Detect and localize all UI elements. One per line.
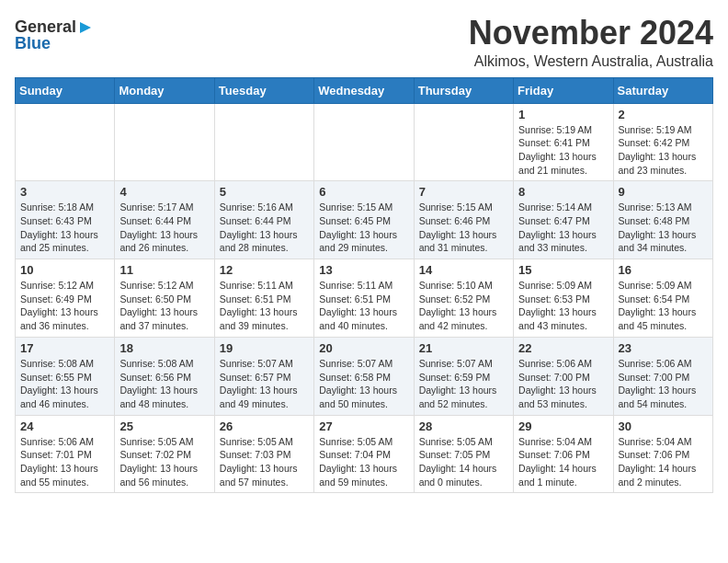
day-number: 17: [20, 341, 109, 355]
day-info: Sunrise: 5:19 AMSunset: 6:42 PMDaylight:…: [619, 123, 708, 178]
calendar-cell: 13Sunrise: 5:11 AMSunset: 6:51 PMDayligh…: [314, 259, 414, 338]
calendar-header: SundayMondayTuesdayWednesdayThursdayFrid…: [16, 77, 713, 103]
day-number: 26: [220, 419, 309, 433]
day-info: Sunrise: 5:05 AMSunset: 7:03 PMDaylight:…: [220, 435, 309, 489]
calendar-cell: 27Sunrise: 5:05 AMSunset: 7:04 PMDayligh…: [314, 415, 414, 493]
day-info: Sunrise: 5:12 AMSunset: 6:49 PMDaylight:…: [20, 279, 109, 333]
day-number: 2: [619, 108, 708, 121]
day-number: 8: [518, 185, 608, 199]
header-day-monday: Monday: [115, 77, 214, 103]
calendar-cell: 21Sunrise: 5:07 AMSunset: 6:59 PMDayligh…: [414, 337, 513, 415]
day-info: Sunrise: 5:06 AMSunset: 7:00 PMDaylight:…: [619, 357, 708, 411]
day-info: Sunrise: 5:05 AMSunset: 7:02 PMDaylight:…: [119, 435, 209, 489]
day-number: 20: [319, 341, 408, 355]
day-number: 18: [119, 341, 209, 355]
week-row-4: 24Sunrise: 5:06 AMSunset: 7:01 PMDayligh…: [16, 415, 713, 493]
day-info: Sunrise: 5:07 AMSunset: 6:59 PMDaylight:…: [419, 357, 508, 411]
page-header: General Blue November 2024 Alkimos, West…: [15, 15, 713, 70]
calendar-cell: [115, 103, 214, 181]
logo-text-blue: Blue: [15, 35, 51, 53]
day-info: Sunrise: 5:04 AMSunset: 7:06 PMDaylight:…: [518, 435, 608, 489]
calendar-cell: 24Sunrise: 5:06 AMSunset: 7:01 PMDayligh…: [16, 415, 115, 493]
calendar-cell: 23Sunrise: 5:06 AMSunset: 7:00 PMDayligh…: [613, 337, 712, 415]
title-section: November 2024 Alkimos, Western Australia…: [469, 15, 713, 70]
header-day-saturday: Saturday: [613, 77, 712, 103]
day-info: Sunrise: 5:19 AMSunset: 6:41 PMDaylight:…: [518, 123, 608, 178]
day-info: Sunrise: 5:15 AMSunset: 6:45 PMDaylight:…: [319, 201, 408, 255]
day-info: Sunrise: 5:06 AMSunset: 7:01 PMDaylight:…: [20, 435, 109, 489]
location-text: Alkimos, Western Australia, Australia: [469, 53, 713, 70]
day-number: 15: [518, 263, 608, 277]
calendar-cell: 11Sunrise: 5:12 AMSunset: 6:50 PMDayligh…: [115, 259, 214, 338]
calendar-cell: 29Sunrise: 5:04 AMSunset: 7:06 PMDayligh…: [514, 415, 613, 493]
day-info: Sunrise: 5:16 AMSunset: 6:44 PMDaylight:…: [220, 201, 309, 255]
day-info: Sunrise: 5:12 AMSunset: 6:50 PMDaylight:…: [119, 279, 209, 333]
week-row-1: 3Sunrise: 5:18 AMSunset: 6:43 PMDaylight…: [16, 181, 713, 259]
month-title: November 2024: [469, 15, 713, 52]
day-number: 1: [518, 108, 608, 121]
day-number: 30: [619, 419, 708, 433]
day-number: 22: [518, 341, 608, 355]
day-info: Sunrise: 5:09 AMSunset: 6:53 PMDaylight:…: [518, 279, 608, 333]
day-number: 19: [220, 341, 309, 355]
calendar-cell: 8Sunrise: 5:14 AMSunset: 6:47 PMDaylight…: [514, 181, 613, 259]
calendar-cell: 6Sunrise: 5:15 AMSunset: 6:45 PMDaylight…: [314, 181, 414, 259]
day-info: Sunrise: 5:11 AMSunset: 6:51 PMDaylight:…: [220, 279, 309, 333]
calendar-cell: 7Sunrise: 5:15 AMSunset: 6:46 PMDaylight…: [414, 181, 513, 259]
calendar-cell: 3Sunrise: 5:18 AMSunset: 6:43 PMDaylight…: [16, 181, 115, 259]
day-info: Sunrise: 5:13 AMSunset: 6:48 PMDaylight:…: [619, 201, 708, 255]
day-number: 7: [419, 185, 508, 199]
day-number: 6: [319, 185, 408, 199]
calendar-cell: 17Sunrise: 5:08 AMSunset: 6:55 PMDayligh…: [16, 337, 115, 415]
day-info: Sunrise: 5:17 AMSunset: 6:44 PMDaylight:…: [119, 201, 209, 255]
calendar-cell: 16Sunrise: 5:09 AMSunset: 6:54 PMDayligh…: [613, 259, 712, 338]
day-number: 24: [20, 419, 109, 433]
calendar-cell: [314, 103, 414, 181]
header-day-friday: Friday: [514, 77, 613, 103]
day-info: Sunrise: 5:07 AMSunset: 6:58 PMDaylight:…: [319, 357, 408, 411]
calendar-cell: 5Sunrise: 5:16 AMSunset: 6:44 PMDaylight…: [214, 181, 313, 259]
week-row-2: 10Sunrise: 5:12 AMSunset: 6:49 PMDayligh…: [16, 259, 713, 338]
day-number: 10: [20, 263, 109, 277]
calendar-cell: 14Sunrise: 5:10 AMSunset: 6:52 PMDayligh…: [414, 259, 513, 338]
day-info: Sunrise: 5:15 AMSunset: 6:46 PMDaylight:…: [419, 201, 508, 255]
day-info: Sunrise: 5:14 AMSunset: 6:47 PMDaylight:…: [518, 201, 608, 255]
calendar-cell: [16, 103, 115, 181]
day-number: 9: [619, 185, 708, 199]
calendar-cell: 30Sunrise: 5:04 AMSunset: 7:06 PMDayligh…: [613, 415, 712, 493]
svg-marker-0: [80, 22, 91, 33]
calendar-cell: 19Sunrise: 5:07 AMSunset: 6:57 PMDayligh…: [214, 337, 313, 415]
day-info: Sunrise: 5:10 AMSunset: 6:52 PMDaylight:…: [419, 279, 508, 333]
calendar-cell: [214, 103, 313, 181]
header-day-tuesday: Tuesday: [214, 77, 313, 103]
calendar-cell: 22Sunrise: 5:06 AMSunset: 7:00 PMDayligh…: [514, 337, 613, 415]
day-number: 25: [119, 419, 209, 433]
day-number: 16: [619, 263, 708, 277]
day-number: 29: [518, 419, 608, 433]
calendar-cell: 26Sunrise: 5:05 AMSunset: 7:03 PMDayligh…: [214, 415, 313, 493]
calendar-table: SundayMondayTuesdayWednesdayThursdayFrid…: [15, 77, 713, 494]
day-info: Sunrise: 5:07 AMSunset: 6:57 PMDaylight:…: [220, 357, 309, 411]
calendar-cell: 12Sunrise: 5:11 AMSunset: 6:51 PMDayligh…: [214, 259, 313, 338]
day-number: 27: [319, 419, 408, 433]
day-number: 4: [119, 185, 209, 199]
day-info: Sunrise: 5:06 AMSunset: 7:00 PMDaylight:…: [518, 357, 608, 411]
day-info: Sunrise: 5:08 AMSunset: 6:56 PMDaylight:…: [119, 357, 209, 411]
day-number: 21: [419, 341, 508, 355]
header-row: SundayMondayTuesdayWednesdayThursdayFrid…: [16, 77, 713, 103]
calendar-cell: 4Sunrise: 5:17 AMSunset: 6:44 PMDaylight…: [115, 181, 214, 259]
calendar-cell: 2Sunrise: 5:19 AMSunset: 6:42 PMDaylight…: [613, 103, 712, 181]
logo-arrow-icon: [76, 18, 95, 37]
day-number: 5: [220, 185, 309, 199]
day-info: Sunrise: 5:04 AMSunset: 7:06 PMDaylight:…: [619, 435, 708, 489]
day-number: 23: [619, 341, 708, 355]
calendar-body: 1Sunrise: 5:19 AMSunset: 6:41 PMDaylight…: [16, 103, 713, 493]
header-day-thursday: Thursday: [414, 77, 513, 103]
calendar-cell: 9Sunrise: 5:13 AMSunset: 6:48 PMDaylight…: [613, 181, 712, 259]
calendar-cell: 28Sunrise: 5:05 AMSunset: 7:05 PMDayligh…: [414, 415, 513, 493]
calendar-cell: 25Sunrise: 5:05 AMSunset: 7:02 PMDayligh…: [115, 415, 214, 493]
day-number: 13: [319, 263, 408, 277]
day-info: Sunrise: 5:18 AMSunset: 6:43 PMDaylight:…: [20, 201, 109, 255]
day-info: Sunrise: 5:09 AMSunset: 6:54 PMDaylight:…: [619, 279, 708, 333]
calendar-cell: 18Sunrise: 5:08 AMSunset: 6:56 PMDayligh…: [115, 337, 214, 415]
